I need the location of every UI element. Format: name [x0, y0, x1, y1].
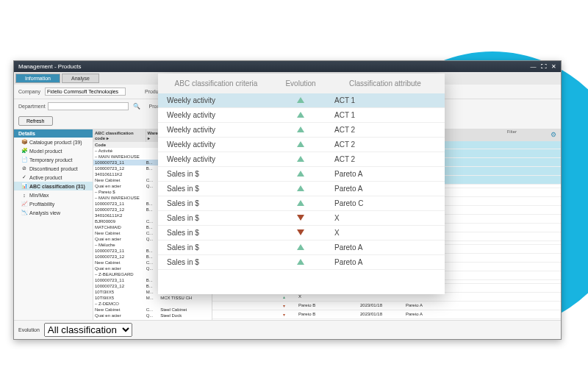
- overlay-row[interactable]: Weekly activityACT 1: [158, 93, 445, 108]
- window-title: Management - Products: [18, 63, 81, 70]
- overlay-h-attribute[interactable]: Classification attribute: [330, 79, 440, 88]
- overlay-criteria: Sales in $: [161, 243, 271, 252]
- overlay-row[interactable]: Weekly activityACT 1: [158, 108, 445, 123]
- sidebar-label: ABC classification (31): [29, 184, 85, 189]
- maximize-icon[interactable]: ⛶: [541, 63, 547, 70]
- tab-information[interactable]: Information: [15, 74, 60, 83]
- tree-row[interactable]: – Z-DEMCO: [93, 301, 212, 307]
- overlay-criteria: Sales in $: [161, 185, 271, 193]
- overlay-attribute: ACT 2: [330, 140, 440, 149]
- triangle-up-icon: [297, 126, 304, 132]
- tab-analyse[interactable]: Analyse: [62, 74, 99, 83]
- overlay-row[interactable]: Sales in $Pareto C: [158, 196, 445, 211]
- grid-row[interactable]: ▾Pareto B2023/01/18Pareto A: [212, 310, 561, 319]
- triangle-up-icon: [297, 259, 304, 265]
- overlay-attribute: ACT 1: [330, 96, 440, 104]
- tree-row[interactable]: Quai en acierQ...Steel Dock: [93, 313, 212, 318]
- overlay-row[interactable]: Sales in $Pareto A: [158, 182, 445, 196]
- sidebar-icon: 📦: [21, 139, 27, 145]
- triangle-up-icon: [297, 200, 304, 206]
- sidebar-item[interactable]: ⊘Discontinued product: [14, 164, 93, 173]
- sidebar: Details 📦Catalogue product (39)🧩Model pr…: [14, 129, 93, 320]
- overlay-row[interactable]: Sales in $X: [158, 226, 445, 240]
- sidebar-item[interactable]: 📈Profitability: [14, 199, 93, 208]
- overlay-attribute: Pareto C: [330, 199, 440, 207]
- company-input[interactable]: [45, 88, 126, 96]
- overlay-row[interactable]: Sales in $X: [158, 211, 445, 226]
- overlay-attribute: Pareto A: [330, 170, 440, 178]
- triangle-up-icon: [297, 244, 304, 250]
- department-label: Department: [18, 104, 46, 109]
- sidebar-item[interactable]: ✓Active product: [14, 173, 93, 182]
- overlay-criteria: Sales in $: [161, 199, 271, 207]
- overlay-row[interactable]: Weekly activityACT 2: [158, 152, 445, 167]
- triangle-up-icon: [297, 141, 304, 147]
- overlay-attribute: Pareto A: [330, 185, 440, 193]
- sidebar-icon: 📄: [21, 157, 27, 163]
- triangle-up-icon: [297, 156, 304, 162]
- sidebar-icon: ↕: [21, 192, 27, 198]
- overlay-attribute: X: [330, 229, 440, 237]
- title-bar: Management - Products — ⛶ ✕: [14, 61, 561, 72]
- overlay-attribute: Pareto A: [330, 258, 440, 266]
- sidebar-item[interactable]: ↕Min/Max: [14, 190, 93, 199]
- overlay-header: ABC classification criteria Evolution Cl…: [158, 74, 445, 93]
- sidebar-item[interactable]: 📄Temporary product: [14, 155, 93, 164]
- tree-header-code[interactable]: ABC classification code ▸: [93, 129, 146, 142]
- triangle-down-icon: [297, 215, 304, 221]
- overlay-attribute: Pareto A: [330, 243, 440, 252]
- triangle-down-icon: [297, 229, 304, 235]
- overlay-attribute: ACT 1: [330, 111, 440, 119]
- overlay-row[interactable]: Sales in $Pareto A: [158, 167, 445, 182]
- sidebar-label: Profitability: [29, 202, 54, 207]
- window-controls: — ⛶ ✕: [528, 63, 556, 70]
- overlay-criteria: Weekly activity: [161, 126, 271, 134]
- grid-row[interactable]: ▾Pareto B2023/01/18Pareto A: [212, 302, 561, 310]
- evolution-select[interactable]: All classification changes: [44, 323, 132, 337]
- triangle-up-icon: [297, 185, 304, 191]
- sidebar-item[interactable]: 📉Analysis view: [14, 208, 93, 217]
- sidebar-icon: ⊘: [21, 165, 27, 171]
- sidebar-label: Active product: [29, 175, 62, 180]
- dept-search-icon[interactable]: 🔍: [133, 103, 140, 110]
- sidebar-label: Discontinued product: [29, 166, 78, 171]
- sidebar-list: 📦Catalogue product (39)🧩Model product📄Te…: [14, 138, 93, 217]
- overlay-criteria: Weekly activity: [161, 111, 271, 119]
- sidebar-icon: 📉: [21, 210, 27, 215]
- overlay-row[interactable]: Weekly activityACT 2: [158, 123, 445, 138]
- sidebar-item[interactable]: 📦Catalogue product (39): [14, 138, 93, 146]
- sidebar-icon: 🧩: [21, 148, 27, 154]
- overlay-criteria: Weekly activity: [161, 155, 271, 163]
- sidebar-item[interactable]: 🧩Model product: [14, 146, 93, 155]
- filter-section-label: Filter: [507, 129, 517, 134]
- overlay-attribute: X: [330, 214, 440, 222]
- sidebar-icon: 📈: [21, 201, 27, 207]
- gear-icon[interactable]: ⚙: [551, 131, 556, 138]
- overlay-row[interactable]: Sales in $Pareto A: [158, 240, 445, 255]
- overlay-row[interactable]: Sales in $Pareto A: [158, 255, 445, 270]
- tree-row[interactable]: 10TI9IIX5M...MCX TISSU CH: [93, 295, 212, 301]
- evolution-row: Evolution All classification changes: [14, 320, 561, 339]
- close-icon[interactable]: ✕: [551, 63, 556, 70]
- sidebar-label: Catalogue product (39): [29, 140, 82, 145]
- minimize-icon[interactable]: —: [531, 63, 537, 70]
- sidebar-header: Details: [14, 129, 93, 138]
- triangle-up-icon: [297, 171, 304, 177]
- overlay-criteria: Sales in $: [161, 258, 271, 266]
- evolution-label: Evolution: [18, 327, 40, 332]
- overlay-h-evolution[interactable]: Evolution: [271, 79, 330, 88]
- overlay-attribute: ACT 2: [330, 126, 440, 134]
- overlay-criteria: Sales in $: [161, 214, 271, 222]
- tree-row[interactable]: New CabinetC...Steel Cabinet: [93, 307, 212, 313]
- sidebar-label: Temporary product: [29, 157, 72, 163]
- department-input[interactable]: [48, 102, 129, 110]
- overlay-row[interactable]: Weekly activityACT 2: [158, 138, 445, 152]
- overlay-h-criteria[interactable]: ABC classification criteria: [161, 79, 271, 88]
- company-label: Company: [18, 89, 40, 94]
- sidebar-label: Analysis view: [29, 210, 60, 215]
- sidebar-item[interactable]: 📊ABC classification (31): [14, 182, 93, 190]
- grid-row[interactable]: [212, 319, 561, 320]
- refresh-button[interactable]: Refresh: [18, 116, 53, 126]
- overlay-criteria: Weekly activity: [161, 96, 271, 104]
- triangle-up-icon: [297, 97, 304, 103]
